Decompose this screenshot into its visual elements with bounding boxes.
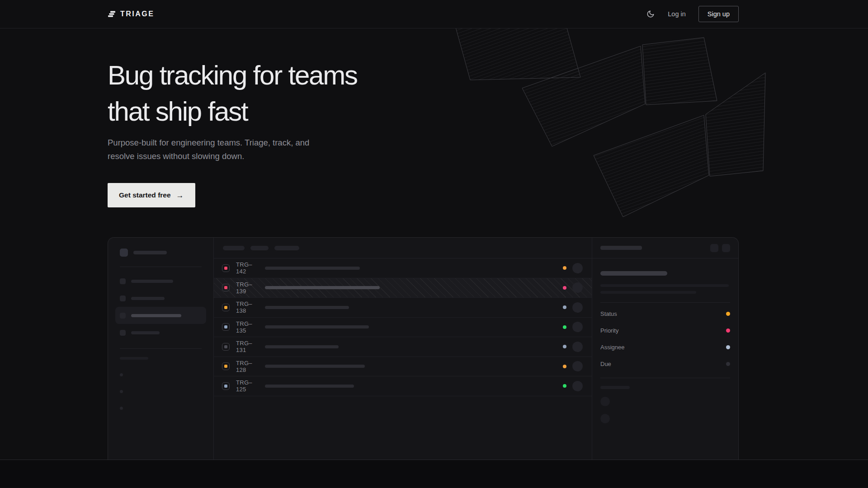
status-dot [563,266,566,270]
issue-type-icon [222,382,230,390]
skeleton-bar [131,280,173,283]
issue-type-icon [222,343,230,351]
issue-title-placeholder [265,365,365,368]
label-dot [120,373,123,376]
comment-avatar-placeholder [600,397,610,406]
mock-issue-row: TRG–139 [214,278,592,298]
nav-icon-placeholder [120,296,126,301]
moon-icon [646,10,655,18]
issue-type-icon [222,284,230,291]
issue-type-icon [222,304,230,311]
filter-pill-placeholder [223,246,245,250]
mock-list-header [214,238,592,258]
login-link[interactable]: Log in [668,10,686,18]
signup-button[interactable]: Sign up [698,6,739,22]
status-dot [563,345,566,348]
issue-row-meta [563,322,583,332]
issue-type-color [224,345,227,348]
skeleton-bar [133,251,167,254]
issue-id: TRG–138 [236,300,261,314]
issue-title-placeholder [265,345,339,348]
brand-logo[interactable]: TRIAGE [108,10,154,18]
status-dot [563,286,566,290]
detail-field-value-dot [726,328,730,333]
app-mock-window: TRG–142 TRG–139 TRG–138 TRG–1 [108,237,739,460]
issue-type-color [224,267,227,270]
detail-field-row: Assignee [600,339,730,356]
issue-title-placeholder [265,325,369,328]
detail-field-row: Priority [600,322,730,339]
issue-row-meta [563,361,583,371]
mock-issue-list: TRG–142 TRG–139 TRG–138 TRG–1 [214,258,592,396]
mock-sidebar-item-active [115,307,206,324]
filter-pill-placeholder [274,246,299,250]
skeleton-bar [600,246,642,250]
detail-field-label: Priority [600,327,618,334]
mock-sidebar-item [115,272,206,290]
divider [120,267,202,267]
issue-id: TRG–128 [236,360,261,373]
mock-issue-row: TRG–125 [214,376,592,396]
detail-field-value-dot [726,362,730,366]
mock-issue-row: TRG–142 [214,258,592,278]
detail-field-label: Assignee [600,344,624,351]
skeleton-bar [600,271,667,276]
mock-sidebar-nav [120,272,202,341]
issue-id: TRG–125 [236,379,261,393]
skeleton-bar [600,291,696,294]
mock-sidebar-item [115,324,206,341]
assignee-avatar-placeholder [572,342,583,352]
assignee-avatar-placeholder [572,381,583,391]
issue-row-meta [563,381,583,391]
assignee-avatar-placeholder [572,263,583,273]
cta-label: Get started free [119,191,171,199]
hero-section: Bug tracking for teamsthat ship fast Pur… [0,28,868,460]
mock-workspace-switcher [120,249,202,257]
issue-type-icon [222,264,230,272]
label-dot [120,407,123,410]
hero-subtitle: Purpose-built for engineering teams. Tri… [108,136,739,163]
assignee-avatar-placeholder [572,302,583,313]
skeleton-bar [131,297,165,300]
header-nav: Log in Sign up [646,6,739,22]
detail-field-value-dot [726,312,730,316]
nav-icon-placeholder [120,330,126,336]
issue-id: TRG–135 [236,320,261,334]
site-footer [0,460,868,488]
get-started-button[interactable]: Get started free → [108,183,195,207]
skeleton-bar [131,331,160,334]
skeleton-bar [131,314,181,317]
icon-button-placeholder [710,244,718,252]
mock-issue-row: TRG–135 [214,318,592,338]
mock-detail-panel: Status Priority Assignee Due [592,238,738,460]
detail-field-row: Status [600,305,730,322]
mock-sidebar [108,238,214,460]
issue-title-placeholder [265,306,349,309]
status-dot [563,365,566,368]
issue-type-color [224,286,227,289]
issue-row-meta [563,282,583,293]
issue-row-meta [563,302,583,313]
status-dot [563,325,566,329]
mock-detail-fields: Status Priority Assignee Due [600,305,730,372]
issue-type-color [224,306,227,309]
skeleton-bar [600,386,630,389]
mock-issue-row: TRG–138 [214,298,592,318]
divider [600,378,730,378]
issue-row-meta [563,263,583,273]
workspace-avatar [120,249,128,257]
issue-row-meta [563,342,583,352]
triage-logo-icon [108,10,116,18]
detail-field-label: Due [600,361,611,367]
skeleton-bar [120,357,148,360]
issue-id: TRG–139 [236,281,261,295]
mock-sidebar-item [115,290,206,307]
mock-detail-body: Status Priority Assignee Due [592,258,738,423]
issue-id: TRG–131 [236,340,261,353]
detail-header-actions [710,244,730,252]
theme-toggle-button[interactable] [646,9,655,19]
filter-pill-placeholder [250,246,269,250]
issue-type-color [224,365,227,368]
label-dot [120,390,123,393]
arrow-right-icon: → [176,192,184,199]
